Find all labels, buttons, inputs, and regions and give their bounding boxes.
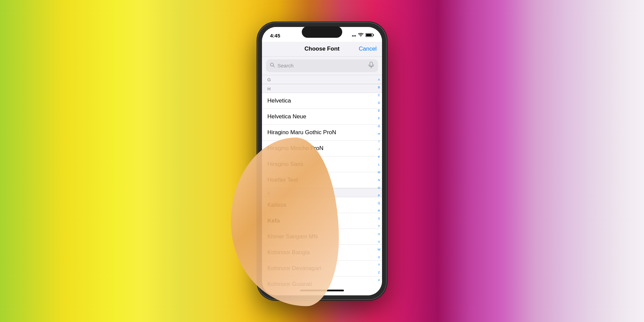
mic-icon[interactable] [369,62,374,70]
alpha-y[interactable]: Y [378,263,380,266]
alpha-a[interactable]: A [378,78,380,81]
alpha-q[interactable]: Q [378,202,380,205]
alpha-p[interactable]: P [378,194,380,197]
alpha-l[interactable]: L [378,163,380,166]
font-item-helvetica[interactable]: Helvetica [262,93,382,109]
alpha-e[interactable]: E [378,109,380,112]
status-time: 4:45 [270,33,280,38]
nav-title: Choose Font [304,46,340,52]
alpha-w[interactable]: W [378,248,381,251]
svg-rect-2 [366,34,372,36]
alpha-r[interactable]: R [378,209,380,212]
font-item-helvetica-neue[interactable]: Helvetica Neue [262,109,382,125]
alpha-o[interactable]: O [378,186,380,189]
section-header-h: H [262,84,382,93]
wifi-icon [358,33,363,38]
cancel-button[interactable]: Cancel [359,46,377,52]
status-icons: ▪▪▪ [352,33,374,38]
svg-rect-1 [373,34,374,36]
search-icon [270,63,275,68]
alpha-f[interactable]: F [378,117,380,120]
search-input[interactable]: Search [277,63,366,68]
alpha-i[interactable]: I [379,140,380,143]
alpha-v[interactable]: V [378,240,380,243]
alpha-x[interactable]: X [378,256,380,259]
alpha-z[interactable]: Z [378,271,380,274]
search-bar[interactable]: Search [266,59,378,72]
alpha-b[interactable]: B [378,86,380,89]
svg-rect-5 [370,62,373,66]
section-header-g: G [262,75,382,84]
alpha-hash[interactable]: # [378,279,380,282]
battery-icon [365,33,374,38]
alpha-j[interactable]: J [378,148,380,151]
alpha-t[interactable]: T [378,225,380,228]
nav-header: Choose Font Cancel [262,42,382,57]
alpha-m[interactable]: M [378,171,380,174]
search-container: Search [262,57,382,75]
alpha-h[interactable]: H [378,133,380,136]
dynamic-island [302,26,342,38]
alpha-c[interactable]: C [378,94,380,97]
alpha-u[interactable]: U [378,233,380,236]
alpha-k[interactable]: K [378,155,380,158]
signal-icon: ▪▪▪ [352,33,356,38]
alphabet-index[interactable]: A B C D E F G H I J K L M [377,75,381,286]
alpha-g[interactable]: G [378,125,380,128]
font-item-hiragino-maru[interactable]: Hiragino Maru Gothic ProN [262,125,382,141]
alpha-s[interactable]: S [378,217,380,220]
alpha-d[interactable]: D [378,101,380,105]
svg-line-4 [273,66,274,67]
alpha-n[interactable]: N [378,179,380,182]
phone-device: 4:45 ▪▪▪ [258,23,386,299]
